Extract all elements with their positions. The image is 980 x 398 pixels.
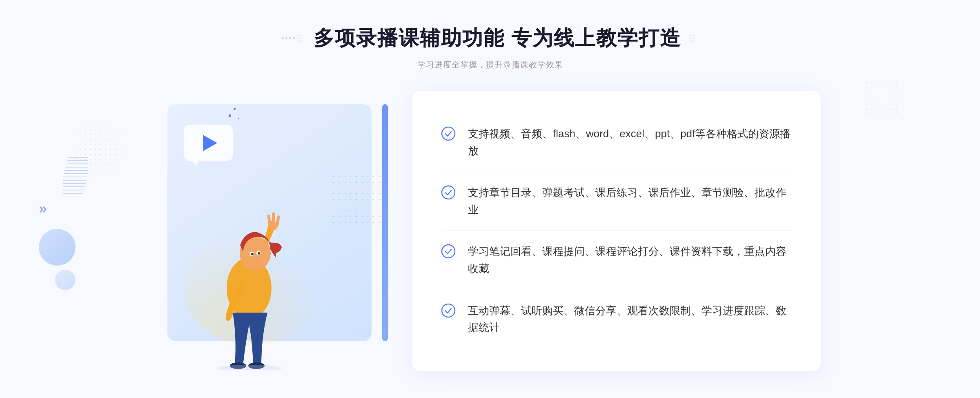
blue-bar-decoration <box>382 104 388 341</box>
header-section: 多项录播课辅助功能 专为线上教学打造 学习进度全掌握，提升录播课教学效果 <box>282 25 698 70</box>
decorative-dots-right <box>866 82 898 114</box>
play-bubble-shape <box>184 125 233 161</box>
feature-item-2: 支持章节目录、弹题考试、课后练习、课后作业、章节测验、批改作业 <box>441 172 792 231</box>
svg-point-5 <box>300 40 302 42</box>
main-title: 多项录播课辅助功能 专为线上教学打造 <box>282 25 698 52</box>
svg-point-26 <box>442 186 455 199</box>
svg-point-10 <box>690 40 692 42</box>
svg-point-24 <box>216 365 282 370</box>
svg-point-0 <box>297 34 299 36</box>
svg-point-18 <box>251 253 254 255</box>
title-text: 多项录播课辅助功能 专为线上教学打造 <box>314 25 681 52</box>
circle-decoration-small <box>55 270 76 290</box>
feature-text-2: 支持章节目录、弹题考试、课后练习、课后作业、章节测验、批改作业 <box>468 184 792 218</box>
circle-decoration-large <box>39 229 76 266</box>
illustration-wrapper <box>159 92 412 370</box>
check-icon-2 <box>441 185 456 200</box>
content-area: 支持视频、音频、flash、word、excel、ppt、pdf等各种格式的资源… <box>143 91 837 371</box>
feature-text-1: 支持视频、音频、flash、word、excel、ppt、pdf等各种格式的资源… <box>468 125 792 159</box>
svg-point-28 <box>442 304 455 317</box>
svg-point-8 <box>690 37 692 39</box>
svg-point-11 <box>693 40 695 42</box>
svg-point-9 <box>693 37 695 39</box>
svg-point-6 <box>690 34 692 36</box>
svg-point-2 <box>297 37 299 39</box>
illustration-dots <box>331 174 380 223</box>
svg-point-3 <box>300 37 302 39</box>
svg-point-25 <box>442 127 455 140</box>
feature-item-1: 支持视频、音频、flash、word、excel、ppt、pdf等各种格式的资源… <box>441 113 792 172</box>
title-deco-right <box>689 34 698 43</box>
play-bubble <box>184 125 237 168</box>
svg-rect-21 <box>272 212 275 227</box>
svg-point-1 <box>300 34 302 36</box>
subtitle: 学习进度全掌握，提升录播课教学效果 <box>282 59 698 70</box>
svg-point-19 <box>258 252 260 255</box>
feature-text-3: 学习笔记回看、课程提问、课程评论打分、课件资料下载，重点内容收藏 <box>468 243 792 277</box>
page-container: » 多项录播课辅助功能 专为线上教学打造 <box>0 0 980 398</box>
feature-item-4: 互动弹幕、试听购买、微信分享、观看次数限制、学习进度跟踪、数据统计 <box>441 290 792 349</box>
features-panel: 支持视频、音频、flash、word、excel、ppt、pdf等各种格式的资源… <box>412 91 821 371</box>
feature-item-3: 学习笔记回看、课程提问、课程评论打分、课件资料下载，重点内容收藏 <box>441 231 792 290</box>
svg-rect-22 <box>267 214 272 226</box>
stripes-decoration <box>63 155 88 196</box>
feature-text-4: 互动弹幕、试听购买、微信分享、观看次数限制、学习进度跟踪、数据统计 <box>468 302 792 336</box>
svg-point-27 <box>442 245 455 258</box>
play-icon <box>203 135 217 151</box>
check-icon-4 <box>441 303 456 318</box>
svg-point-7 <box>693 34 695 36</box>
svg-point-4 <box>297 40 299 42</box>
svg-rect-23 <box>276 215 280 226</box>
arrow-left-decoration: » <box>39 200 47 217</box>
check-icon-1 <box>441 126 456 141</box>
person-figure <box>180 165 318 370</box>
title-deco-left <box>282 34 305 43</box>
check-icon-3 <box>441 244 456 259</box>
